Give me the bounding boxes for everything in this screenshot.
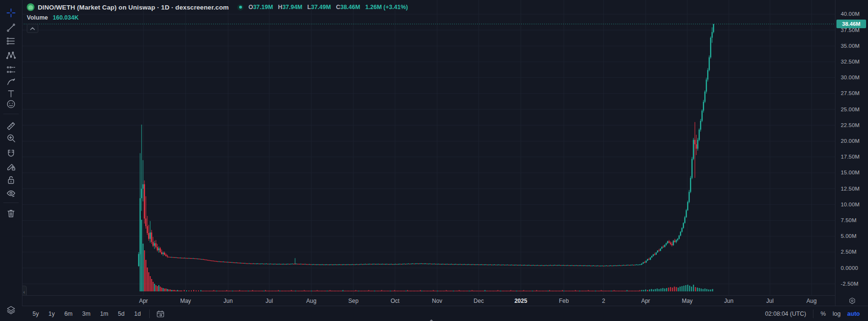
price-axis[interactable]: 38.46M 42.50M40.00M37.50M35.00M32.50M30.… [835, 0, 868, 306]
chart-plot-area[interactable]: DINO/WETH (Market Cap) on Uniswap · 1D ·… [22, 0, 835, 295]
range-button-5d[interactable]: 5d [114, 309, 129, 319]
time-tick: May [180, 298, 191, 304]
fib-retracement-icon [6, 36, 16, 46]
time-tick: Aug [306, 298, 316, 304]
low-value: 37.49M [311, 4, 331, 11]
price-tick: 35.00M [841, 43, 860, 49]
price-tick: 5.00M [841, 233, 857, 239]
time-tick: Jun [724, 298, 733, 304]
magnet-button[interactable] [4, 147, 18, 161]
price-tick: 32.50M [841, 59, 860, 64]
time-tick: Dec [473, 298, 483, 304]
go-to-date-button[interactable] [154, 309, 167, 319]
xabcd-pattern-button[interactable] [4, 48, 18, 63]
price-tick: 20.00M [841, 138, 860, 144]
time-tick: Nov [432, 298, 442, 304]
range-button-1d[interactable]: 1d [130, 309, 144, 319]
range-button-1y[interactable]: 1y [44, 309, 58, 319]
price-tick: 40.00M [841, 11, 860, 17]
bottom-panel-handle[interactable] [429, 317, 435, 321]
time-tick: 2 [602, 298, 605, 304]
price-tick: 15.00M [841, 170, 860, 175]
time-tick: Sep [348, 298, 358, 304]
time-tick: May [682, 298, 693, 304]
object-tree-icon [6, 305, 16, 315]
lock-all-icon [6, 175, 16, 185]
trend-line-icon [6, 22, 16, 33]
open-label: O [248, 4, 253, 11]
price-tick: 7.50M [841, 217, 857, 223]
time-axis[interactable]: AprMayJunJulAugSepOctNovDec2025Feb2AprMa… [22, 295, 835, 306]
open-value: 37.19M [253, 4, 273, 11]
gear-icon [848, 297, 857, 305]
axis-settings-button[interactable] [848, 297, 857, 305]
drawing-lock-button[interactable] [4, 160, 18, 174]
price-tick: 27.50M [841, 90, 860, 96]
percent-scale-button[interactable]: % [817, 309, 829, 319]
price-tick: -2.50M [841, 281, 858, 287]
close-value: 38.46M [340, 4, 360, 11]
candlestick-canvas[interactable] [22, 0, 835, 295]
pair-logo [27, 3, 34, 11]
range-button-1m[interactable]: 1m [96, 309, 112, 319]
fib-retracement-button[interactable] [4, 34, 18, 48]
price-tick: 2.50M [841, 249, 857, 255]
auto-scale-button[interactable]: auto [844, 309, 863, 319]
divider [813, 310, 813, 318]
pair-title[interactable]: DINO/WETH (Market Cap) on Uniswap · 1D ·… [38, 4, 229, 11]
divider [149, 310, 150, 318]
toolbar-divider [3, 203, 19, 203]
emoji-icon [6, 99, 16, 109]
xabcd-pattern-icon [6, 50, 16, 61]
toolbar-collapse-handle[interactable]: ‹ [22, 286, 27, 295]
time-tick: Jul [265, 298, 273, 304]
time-tick: Feb [559, 298, 569, 304]
chart-legend: DINO/WETH (Market Cap) on Uniswap · 1D ·… [27, 2, 408, 33]
zoom-in-button[interactable] [4, 131, 18, 145]
drawing-lock-icon [6, 161, 16, 172]
legend-collapse-button[interactable] [27, 24, 38, 33]
status-dot-icon [237, 4, 243, 11]
time-tick: Jun [223, 298, 232, 304]
volume-value: 160.034K [53, 14, 78, 21]
emoji-button[interactable] [4, 97, 18, 111]
change-value: 1.26M (+3.41%) [365, 4, 408, 11]
range-button-3m[interactable]: 3m [78, 309, 94, 319]
object-tree-button[interactable] [4, 303, 18, 317]
range-button-6m[interactable]: 6m [60, 309, 76, 319]
high-value: 37.94M [282, 4, 302, 11]
remove-drawings-button[interactable] [4, 206, 18, 221]
clock-display[interactable]: 02:08:04 (UTC) [762, 309, 809, 319]
arrow-up-icon [429, 319, 434, 321]
remove-drawings-icon [6, 208, 16, 219]
hide-drawings-button[interactable] [4, 186, 18, 201]
time-tick: Apr [139, 298, 148, 304]
price-tick: 17.50M [841, 154, 860, 160]
range-buttons: 5y1y6m3m1m5d1d [28, 309, 145, 319]
bottom-right-controls: 02:08:04 (UTC) % log auto [762, 309, 863, 319]
price-tick: 0.0000 [841, 265, 858, 271]
time-tick: Aug [806, 298, 816, 304]
last-price-badge: 38.46M [836, 20, 866, 28]
price-tick: 12.50M [841, 186, 860, 192]
price-tick: 10.00M [841, 202, 860, 207]
forecast-icon [6, 64, 16, 75]
brush-icon [6, 76, 16, 87]
time-tick: 2025 [515, 298, 527, 304]
log-scale-button[interactable]: log [829, 309, 844, 319]
trend-line-button[interactable] [4, 21, 18, 35]
zoom-in-icon [6, 133, 16, 143]
time-tick: Oct [391, 298, 400, 304]
cursor-crosshair-button[interactable] [4, 6, 18, 20]
ohlc-readout: O37.19M H37.94M L37.49M C38.46M 1.26M (+… [248, 4, 407, 11]
volume-label: Volume [27, 14, 48, 21]
bottom-toolbar: 5y1y6m3m1m5d1d 02:08:04 (UTC) % log auto [22, 306, 868, 321]
toolbar-divider [3, 114, 19, 114]
drawing-toolbar [0, 0, 22, 321]
lock-all-button[interactable] [4, 173, 18, 187]
chart-app: DINO/WETH (Market Cap) on Uniswap · 1D ·… [0, 0, 868, 321]
range-button-5y[interactable]: 5y [29, 309, 43, 319]
cursor-crosshair-icon [6, 8, 16, 18]
price-tick: 30.00M [841, 75, 860, 80]
price-tick: 42.50M [841, 0, 860, 1]
